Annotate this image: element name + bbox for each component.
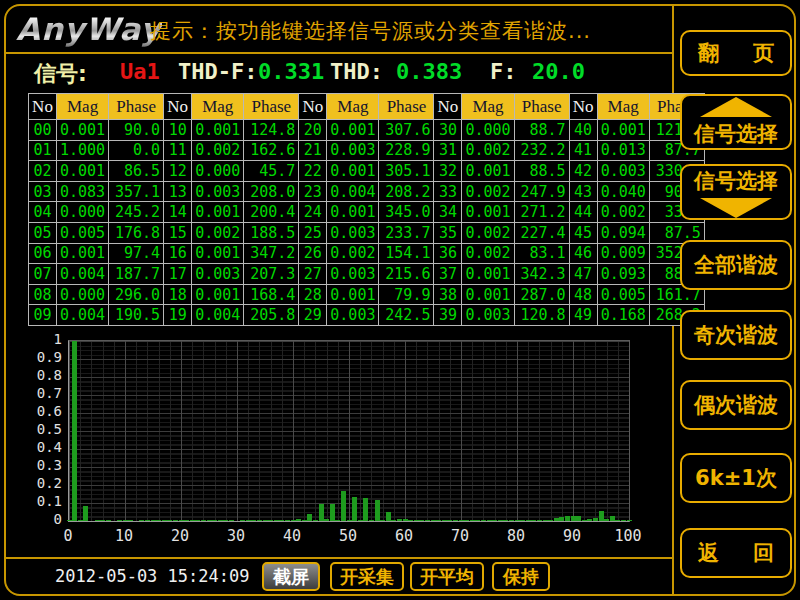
footer-divider: [6, 557, 672, 559]
x-axis-tick: 90: [550, 527, 594, 545]
harmonic-no: 30: [434, 120, 462, 141]
harmonic-phase: 124.8: [244, 120, 299, 141]
harmonic-mag: 0.003: [327, 222, 379, 243]
thdf-value: 0.331: [258, 59, 324, 84]
harmonic-bar: [313, 520, 318, 521]
harmonic-phase: 233.7: [379, 222, 434, 243]
harmonic-mag: 0.003: [327, 140, 379, 161]
harmonic-phase: 245.2: [109, 202, 164, 223]
button-label: 信号选择: [694, 167, 778, 195]
start-acquisition-button[interactable]: 开采集: [330, 562, 404, 591]
hold-button[interactable]: 保持: [492, 562, 550, 591]
harmonic-phase: 176.8: [109, 222, 164, 243]
harmonic-bar: [257, 520, 262, 521]
harmonic-no: 20: [299, 120, 327, 141]
harmonic-bar: [279, 520, 284, 521]
y-axis-tick: 0.6: [28, 403, 62, 419]
y-axis-tick: 0.8: [28, 367, 62, 383]
harmonic-mag: 0.001: [462, 202, 514, 223]
harmonics-table-header: NoMagPhaseNoMagPhaseNoMagPhaseNoMagPhase…: [29, 94, 705, 120]
signal-select-up-button[interactable]: 信号选择: [680, 94, 792, 150]
harmonic-phase: 190.5: [109, 305, 164, 326]
harmonic-bar: [285, 520, 290, 521]
page-turn-button[interactable]: 翻页: [680, 30, 792, 76]
header-divider: [6, 52, 672, 54]
harmonic-no: 00: [29, 120, 57, 141]
signal-select-down-button[interactable]: 信号选择: [680, 164, 792, 220]
harmonic-phase: 208.2: [379, 181, 434, 202]
harmonic-phase: 208.0: [244, 181, 299, 202]
odd-harmonics-button[interactable]: 奇次谐波: [680, 310, 792, 360]
harmonic-bar: [274, 520, 279, 521]
y-axis-tick: 0.5: [28, 421, 62, 437]
harmonic-no: 29: [299, 305, 327, 326]
harmonic-phase: 357.1: [109, 181, 164, 202]
harmonic-mag: 0.040: [597, 181, 649, 202]
harmonic-bar: [436, 520, 441, 521]
screenshot-button[interactable]: 截屏: [262, 562, 320, 591]
harmonic-bar: [319, 504, 324, 521]
harmonic-bar: [543, 520, 548, 521]
harmonic-mag: 0.000: [462, 120, 514, 141]
harmonic-bar: [375, 500, 380, 521]
x-axis-tick: 30: [214, 527, 258, 545]
harmonic-bar: [302, 520, 307, 521]
harmonic-no: 33: [434, 181, 462, 202]
harmonic-mag: 0.004: [327, 181, 379, 202]
button-label: 信号选择: [694, 120, 778, 148]
harmonic-bar: [559, 517, 564, 521]
harmonic-bar: [587, 519, 592, 521]
harmonic-phase: 97.4: [109, 243, 164, 264]
harmonic-mag: 0.001: [462, 284, 514, 305]
harmonic-no: 03: [29, 181, 57, 202]
thd-label: THD:: [330, 59, 383, 84]
harmonic-phase: 83.1: [514, 243, 569, 264]
button-label: 全部谐波: [694, 251, 778, 279]
harmonic-mag: 0.005: [57, 222, 109, 243]
harmonic-bar: [106, 520, 111, 521]
harmonic-mag: 0.001: [192, 243, 244, 264]
harmonic-bar: [599, 511, 604, 521]
harmonic-phase: 45.7: [244, 161, 299, 182]
harmonic-no: 19: [164, 305, 192, 326]
harmonic-no: 44: [569, 202, 597, 223]
harmonic-bar: [470, 520, 475, 521]
harmonic-mag: 0.002: [327, 243, 379, 264]
table-row: 070.004187.7170.003207.3270.003215.6370.…: [29, 264, 705, 285]
start-averaging-button[interactable]: 开平均: [410, 562, 484, 591]
harmonic-bar: [212, 520, 217, 521]
harmonic-no: 07: [29, 264, 57, 285]
harmonic-phase: 88.5: [514, 161, 569, 182]
harmonic-mag: 0.002: [462, 140, 514, 161]
harmonic-mag: 0.001: [462, 161, 514, 182]
all-harmonics-button[interactable]: 全部谐波: [680, 240, 792, 290]
6k-plus-minus-1-button[interactable]: 6k±1次: [680, 453, 792, 503]
signal-label: 信号:: [34, 59, 87, 89]
harmonic-bar: [397, 519, 402, 521]
thd-value: 0.383: [396, 59, 462, 84]
harmonic-no: 01: [29, 140, 57, 161]
harmonic-bar: [487, 520, 492, 521]
col-header-mag: Mag: [57, 94, 109, 120]
harmonic-bar: [167, 520, 172, 521]
harmonic-bar: [386, 512, 391, 521]
harmonic-bar: [403, 519, 408, 521]
harmonic-bar: [246, 520, 251, 521]
button-label: 偶次谐波: [694, 391, 778, 419]
col-header-phase: Phase: [514, 94, 569, 120]
harmonic-no: 04: [29, 202, 57, 223]
harmonic-no: 31: [434, 140, 462, 161]
harmonic-bar: [363, 498, 368, 521]
harmonic-phase: 154.1: [379, 243, 434, 264]
col-header-phase: Phase: [379, 94, 434, 120]
harmonic-bar: [201, 520, 206, 521]
even-harmonics-button[interactable]: 偶次谐波: [680, 380, 792, 430]
harmonic-bar: [475, 520, 480, 521]
harmonic-bar: [425, 520, 430, 521]
return-button[interactable]: 返回: [680, 528, 792, 578]
harmonic-mag: 0.002: [192, 222, 244, 243]
harmonic-bar: [324, 519, 329, 521]
table-row: 011.0000.0110.002162.6210.003228.9310.00…: [29, 140, 705, 161]
y-axis-tick: 0: [28, 511, 62, 527]
table-row: 000.00190.0100.001124.8200.001307.6300.0…: [29, 120, 705, 141]
